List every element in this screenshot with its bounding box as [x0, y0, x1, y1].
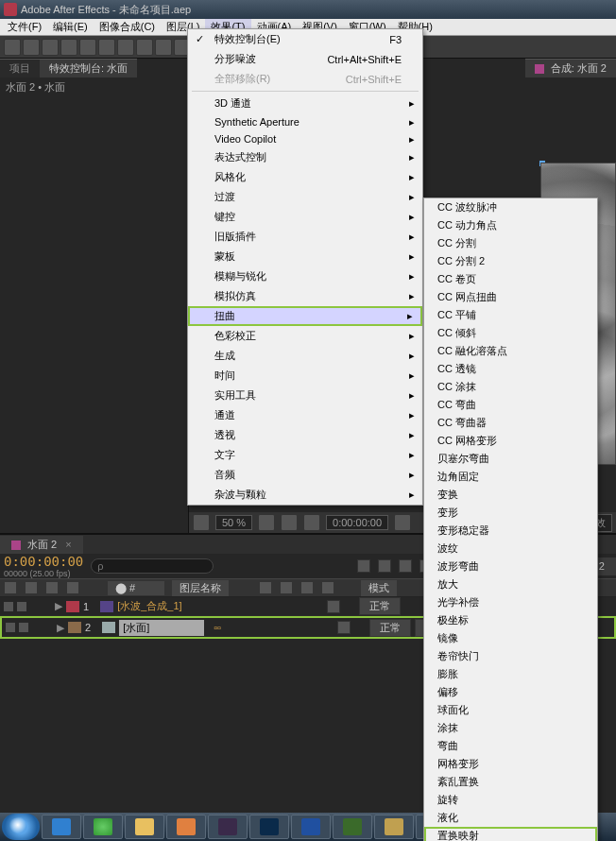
distort-submenu-item[interactable]: CC 卷页 [424, 270, 597, 288]
tool-anchor[interactable] [98, 39, 115, 56]
effects-menu-item[interactable]: 特效控制台(E)F3 [188, 29, 422, 49]
distort-submenu-item[interactable]: 贝塞尔弯曲 [424, 450, 597, 468]
label-color[interactable] [68, 622, 81, 633]
timeline-tab[interactable]: 水面 2 × [0, 536, 83, 554]
effects-menu-item[interactable]: 键控▸ [188, 207, 422, 227]
tab-effect-controls[interactable]: 特效控制台: 水面 [40, 59, 137, 77]
viewer-timecode[interactable]: 0:00:00:00 [326, 515, 388, 530]
distort-submenu-item[interactable]: CC 波纹脉冲 [424, 198, 597, 216]
col-solo-icon[interactable] [45, 581, 59, 594]
tab-composition[interactable]: 合成: 水面 2 [525, 59, 616, 77]
distort-submenu-item[interactable]: CC 倾斜 [424, 324, 597, 342]
tool-camera[interactable] [79, 39, 96, 56]
tool-zoom[interactable] [42, 39, 59, 56]
task-ae[interactable] [208, 815, 248, 839]
col-visibility-icon[interactable] [4, 581, 17, 594]
task-word[interactable] [291, 815, 331, 839]
distort-submenu-item[interactable]: 卷帘快门 [424, 647, 597, 665]
col-audio-icon[interactable] [25, 581, 38, 594]
distort-submenu-item[interactable]: CC 融化溶落点 [424, 342, 597, 360]
label-color[interactable] [66, 601, 79, 612]
menu-edit[interactable]: 编辑(E) [47, 19, 94, 35]
tool-text[interactable] [155, 39, 172, 56]
twirl-icon[interactable]: ▶ [57, 622, 64, 634]
task-explorer[interactable] [125, 815, 164, 839]
distort-submenu-item[interactable]: CC 弯曲器 [424, 414, 597, 432]
timeline-switch-1[interactable] [357, 559, 370, 573]
tool-pen[interactable] [136, 39, 153, 56]
task-dw[interactable] [333, 815, 372, 839]
distort-submenu-item[interactable]: 镜像 [424, 629, 597, 647]
distort-submenu-item[interactable]: CC 分割 [424, 234, 597, 252]
distort-submenu-item[interactable]: 网格变形 [424, 755, 597, 773]
distort-submenu-item[interactable]: 变形稳定器 [424, 522, 597, 540]
distort-submenu-item[interactable]: 波纹 [424, 540, 597, 558]
viewer-magnify-icon[interactable] [193, 514, 210, 531]
effects-menu-item[interactable]: 通道▸ [188, 405, 422, 425]
effects-menu-item[interactable]: 分形噪波Ctrl+Alt+Shift+E [188, 49, 422, 69]
effects-menu-item[interactable]: 透视▸ [188, 425, 422, 445]
blend-mode-dropdown[interactable]: 正常 [359, 597, 401, 615]
current-timecode[interactable]: 0:00:00:00 [4, 554, 83, 569]
col-switch-shy[interactable] [259, 581, 272, 594]
viewer-snapshot-icon[interactable] [394, 514, 411, 531]
distort-submenu-item[interactable]: CC 平铺 [424, 306, 597, 324]
task-ie[interactable] [42, 815, 81, 839]
distort-submenu-item[interactable]: 膨胀 [424, 665, 597, 683]
col-lock-icon[interactable] [66, 581, 79, 594]
distort-submenu-item[interactable]: 置换映射 [424, 827, 597, 841]
col-source-name[interactable]: 图层名称 [172, 580, 229, 596]
viewer-mask-icon[interactable] [303, 514, 320, 531]
effects-menu-item[interactable]: 过渡▸ [188, 187, 422, 207]
distort-submenu-item[interactable]: 变换 [424, 486, 597, 504]
distort-submenu-item[interactable]: 紊乱置换 [424, 773, 597, 791]
distort-submenu-item[interactable]: CC 透镜 [424, 360, 597, 378]
viewer-zoom[interactable]: 50 % [215, 515, 252, 530]
start-button[interactable] [2, 814, 40, 840]
timeline-switch-2[interactable] [378, 559, 391, 573]
menu-file[interactable]: 文件(F) [2, 19, 47, 35]
layer-switch[interactable] [327, 600, 340, 613]
effects-menu-item[interactable]: 生成▸ [188, 346, 422, 366]
distort-submenu-item[interactable]: 变形 [424, 504, 597, 522]
effects-menu-item[interactable]: 杂波与颗粒▸ [188, 485, 422, 505]
tool-rotate[interactable] [60, 39, 77, 56]
effects-menu-item[interactable]: 旧版插件▸ [188, 227, 422, 247]
menu-composition[interactable]: 图像合成(C) [94, 19, 161, 35]
effects-menu-item[interactable]: 音频▸ [188, 465, 422, 485]
col-mode[interactable]: 模式 [361, 580, 397, 596]
effects-menu-item[interactable]: 风格化▸ [188, 167, 422, 187]
tool-shape[interactable] [117, 39, 134, 56]
distort-submenu-item[interactable]: CC 涂抹 [424, 378, 597, 396]
task-browser[interactable] [83, 815, 123, 839]
distort-submenu-item[interactable]: 旋转 [424, 791, 597, 809]
effects-menu-item[interactable]: 色彩校正▸ [188, 326, 422, 346]
twirl-icon[interactable]: ▶ [55, 600, 62, 612]
distort-submenu-item[interactable]: CC 分割 2 [424, 252, 597, 270]
audio-toggle[interactable] [19, 623, 28, 632]
effects-menu-item[interactable]: 3D 通道▸ [188, 94, 422, 113]
tool-hand[interactable] [23, 39, 40, 56]
layer-switch[interactable] [337, 621, 351, 634]
effects-menu-item[interactable]: 实用工具▸ [188, 386, 422, 405]
tool-selection[interactable] [4, 39, 21, 56]
timeline-switch-3[interactable] [399, 559, 412, 573]
visibility-toggle[interactable] [6, 623, 15, 632]
layer-name[interactable]: [水波_合成_1] [117, 599, 181, 613]
distort-submenu-item[interactable]: CC 弯曲 [424, 396, 597, 414]
distort-submenu-item[interactable]: CC 网格变形 [424, 432, 597, 450]
effects-menu-item[interactable]: Video Copilot▸ [188, 130, 422, 147]
close-icon[interactable]: × [65, 539, 71, 550]
effects-menu-item[interactable]: 扭曲▸ [188, 306, 422, 326]
distort-submenu-item[interactable]: CC 网点扭曲 [424, 288, 597, 306]
effects-menu-item[interactable]: 模糊与锐化▸ [188, 266, 422, 286]
distort-submenu-item[interactable]: 极坐标 [424, 611, 597, 629]
viewer-resolution-icon[interactable] [258, 514, 275, 531]
task-ps[interactable] [249, 815, 289, 839]
col-switch-fx[interactable] [280, 581, 293, 594]
col-label-icon[interactable]: ⬤ # [108, 581, 164, 595]
distort-submenu-item[interactable]: 放大 [424, 575, 597, 593]
layer-name[interactable]: [水面] [119, 620, 204, 636]
audio-toggle[interactable] [17, 602, 26, 611]
tab-project[interactable]: 项目 [0, 59, 40, 77]
